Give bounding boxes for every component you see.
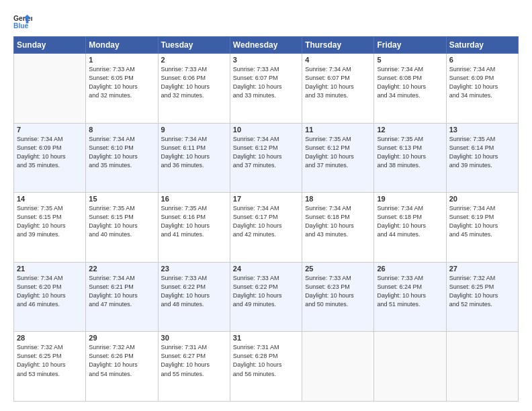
calendar-day-cell: 31Sunrise: 7:31 AMSunset: 6:28 PMDayligh… xyxy=(230,332,302,402)
day-number: 5 xyxy=(377,56,443,64)
calendar-day-cell: 21Sunrise: 7:34 AMSunset: 6:20 PMDayligh… xyxy=(14,262,86,332)
day-info: Sunrise: 7:33 AMSunset: 6:22 PMDaylight:… xyxy=(161,274,227,309)
calendar-day-cell: 16Sunrise: 7:35 AMSunset: 6:16 PMDayligh… xyxy=(158,193,230,263)
day-number: 21 xyxy=(17,265,83,273)
day-info: Sunrise: 7:34 AMSunset: 6:12 PMDaylight:… xyxy=(233,135,299,170)
calendar-week-row: 21Sunrise: 7:34 AMSunset: 6:20 PMDayligh… xyxy=(14,262,519,332)
day-number: 19 xyxy=(377,195,443,203)
calendar-day-cell: 1Sunrise: 7:33 AMSunset: 6:05 PMDaylight… xyxy=(86,54,158,124)
day-number: 22 xyxy=(89,265,154,273)
calendar-week-row: 28Sunrise: 7:32 AMSunset: 6:25 PMDayligh… xyxy=(14,332,519,402)
day-info: Sunrise: 7:35 AMSunset: 6:12 PMDaylight:… xyxy=(305,135,371,170)
day-info: Sunrise: 7:32 AMSunset: 6:26 PMDaylight:… xyxy=(89,343,154,378)
day-info: Sunrise: 7:31 AMSunset: 6:28 PMDaylight:… xyxy=(233,343,299,378)
day-number: 2 xyxy=(161,56,227,64)
calendar-day-cell: 7Sunrise: 7:34 AMSunset: 6:09 PMDaylight… xyxy=(14,123,86,193)
calendar-day-cell: 6Sunrise: 7:34 AMSunset: 6:09 PMDaylight… xyxy=(446,54,518,124)
day-info: Sunrise: 7:35 AMSunset: 6:15 PMDaylight:… xyxy=(17,204,83,239)
day-info: Sunrise: 7:32 AMSunset: 6:25 PMDaylight:… xyxy=(449,274,515,309)
day-info: Sunrise: 7:33 AMSunset: 6:07 PMDaylight:… xyxy=(233,65,299,100)
weekday-header-sunday: Sunday xyxy=(14,37,86,54)
day-number: 17 xyxy=(233,195,299,203)
day-info: Sunrise: 7:34 AMSunset: 6:08 PMDaylight:… xyxy=(377,65,443,100)
day-number: 3 xyxy=(233,56,299,64)
day-info: Sunrise: 7:35 AMSunset: 6:15 PMDaylight:… xyxy=(89,204,154,239)
weekday-header-thursday: Thursday xyxy=(302,37,374,54)
calendar-day-cell: 15Sunrise: 7:35 AMSunset: 6:15 PMDayligh… xyxy=(86,193,158,263)
calendar-day-cell: 29Sunrise: 7:32 AMSunset: 6:26 PMDayligh… xyxy=(86,332,158,402)
logo-icon: General Blue xyxy=(13,12,32,31)
calendar-day-cell: 17Sunrise: 7:34 AMSunset: 6:17 PMDayligh… xyxy=(230,193,302,263)
weekday-header-saturday: Saturday xyxy=(446,37,518,54)
calendar-day-cell: 20Sunrise: 7:34 AMSunset: 6:19 PMDayligh… xyxy=(446,193,518,263)
weekday-header-friday: Friday xyxy=(374,37,446,54)
page: General Blue SundayMondayTuesdayWednesda… xyxy=(0,0,532,411)
day-info: Sunrise: 7:33 AMSunset: 6:06 PMDaylight:… xyxy=(161,65,227,100)
calendar-day-cell xyxy=(302,332,374,402)
day-number: 9 xyxy=(161,126,227,134)
calendar-day-cell: 28Sunrise: 7:32 AMSunset: 6:25 PMDayligh… xyxy=(14,332,86,402)
day-number: 16 xyxy=(161,195,227,203)
day-info: Sunrise: 7:34 AMSunset: 6:20 PMDaylight:… xyxy=(17,274,83,309)
calendar-day-cell: 19Sunrise: 7:34 AMSunset: 6:18 PMDayligh… xyxy=(374,193,446,263)
day-info: Sunrise: 7:34 AMSunset: 6:21 PMDaylight:… xyxy=(89,274,154,309)
day-number: 25 xyxy=(305,265,371,273)
calendar-day-cell: 9Sunrise: 7:34 AMSunset: 6:11 PMDaylight… xyxy=(158,123,230,193)
day-info: Sunrise: 7:33 AMSunset: 6:23 PMDaylight:… xyxy=(305,274,371,309)
calendar-day-cell: 24Sunrise: 7:33 AMSunset: 6:22 PMDayligh… xyxy=(230,262,302,332)
day-info: Sunrise: 7:33 AMSunset: 6:05 PMDaylight:… xyxy=(89,65,154,100)
day-info: Sunrise: 7:34 AMSunset: 6:09 PMDaylight:… xyxy=(449,65,515,100)
calendar-day-cell: 18Sunrise: 7:34 AMSunset: 6:18 PMDayligh… xyxy=(302,193,374,263)
calendar-day-cell xyxy=(374,332,446,402)
day-info: Sunrise: 7:33 AMSunset: 6:22 PMDaylight:… xyxy=(233,274,299,309)
calendar-table: SundayMondayTuesdayWednesdayThursdayFrid… xyxy=(13,36,519,402)
day-number: 11 xyxy=(305,126,371,134)
calendar-day-cell: 2Sunrise: 7:33 AMSunset: 6:06 PMDaylight… xyxy=(158,54,230,124)
svg-text:Blue: Blue xyxy=(13,22,29,30)
day-number: 18 xyxy=(305,195,371,203)
calendar-day-cell: 5Sunrise: 7:34 AMSunset: 6:08 PMDaylight… xyxy=(374,54,446,124)
day-number: 12 xyxy=(377,126,443,134)
day-number: 15 xyxy=(89,195,154,203)
day-number: 31 xyxy=(233,334,299,342)
weekday-header-tuesday: Tuesday xyxy=(158,37,230,54)
day-info: Sunrise: 7:35 AMSunset: 6:16 PMDaylight:… xyxy=(161,204,227,239)
day-number: 4 xyxy=(305,56,371,64)
day-number: 10 xyxy=(233,126,299,134)
calendar-week-row: 7Sunrise: 7:34 AMSunset: 6:09 PMDaylight… xyxy=(14,123,519,193)
calendar-day-cell: 30Sunrise: 7:31 AMSunset: 6:27 PMDayligh… xyxy=(158,332,230,402)
day-info: Sunrise: 7:34 AMSunset: 6:10 PMDaylight:… xyxy=(89,135,154,170)
calendar-day-cell: 22Sunrise: 7:34 AMSunset: 6:21 PMDayligh… xyxy=(86,262,158,332)
day-number: 26 xyxy=(377,265,443,273)
day-number: 28 xyxy=(17,334,83,342)
calendar-day-cell xyxy=(446,332,518,402)
day-number: 7 xyxy=(17,126,83,134)
day-number: 8 xyxy=(89,126,154,134)
logo: General Blue xyxy=(13,12,32,31)
day-info: Sunrise: 7:34 AMSunset: 6:11 PMDaylight:… xyxy=(161,135,227,170)
day-info: Sunrise: 7:35 AMSunset: 6:13 PMDaylight:… xyxy=(377,135,443,170)
header: General Blue xyxy=(13,12,519,31)
day-number: 29 xyxy=(89,334,154,342)
day-info: Sunrise: 7:33 AMSunset: 6:24 PMDaylight:… xyxy=(377,274,443,309)
calendar-day-cell: 14Sunrise: 7:35 AMSunset: 6:15 PMDayligh… xyxy=(14,193,86,263)
calendar-day-cell: 26Sunrise: 7:33 AMSunset: 6:24 PMDayligh… xyxy=(374,262,446,332)
day-number: 20 xyxy=(449,195,515,203)
calendar-day-cell: 10Sunrise: 7:34 AMSunset: 6:12 PMDayligh… xyxy=(230,123,302,193)
day-info: Sunrise: 7:35 AMSunset: 6:14 PMDaylight:… xyxy=(449,135,515,170)
calendar-day-cell: 13Sunrise: 7:35 AMSunset: 6:14 PMDayligh… xyxy=(446,123,518,193)
day-info: Sunrise: 7:34 AMSunset: 6:09 PMDaylight:… xyxy=(17,135,83,170)
day-info: Sunrise: 7:31 AMSunset: 6:27 PMDaylight:… xyxy=(161,343,227,378)
calendar-week-row: 14Sunrise: 7:35 AMSunset: 6:15 PMDayligh… xyxy=(14,193,519,263)
calendar-day-cell xyxy=(14,54,86,124)
calendar-day-cell: 11Sunrise: 7:35 AMSunset: 6:12 PMDayligh… xyxy=(302,123,374,193)
day-info: Sunrise: 7:34 AMSunset: 6:18 PMDaylight:… xyxy=(305,204,371,239)
day-info: Sunrise: 7:32 AMSunset: 6:25 PMDaylight:… xyxy=(17,343,83,378)
calendar-day-cell: 12Sunrise: 7:35 AMSunset: 6:13 PMDayligh… xyxy=(374,123,446,193)
calendar-day-cell: 4Sunrise: 7:34 AMSunset: 6:07 PMDaylight… xyxy=(302,54,374,124)
calendar-week-row: 1Sunrise: 7:33 AMSunset: 6:05 PMDaylight… xyxy=(14,54,519,124)
calendar-day-cell: 27Sunrise: 7:32 AMSunset: 6:25 PMDayligh… xyxy=(446,262,518,332)
day-info: Sunrise: 7:34 AMSunset: 6:17 PMDaylight:… xyxy=(233,204,299,239)
day-number: 13 xyxy=(449,126,515,134)
calendar-day-cell: 3Sunrise: 7:33 AMSunset: 6:07 PMDaylight… xyxy=(230,54,302,124)
